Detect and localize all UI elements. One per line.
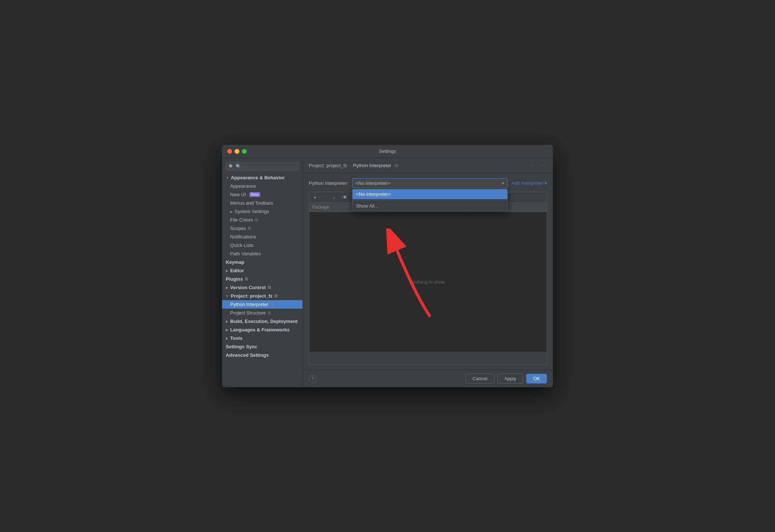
content-area: Python Interpreter: <No interpreter> Sho…: [303, 173, 553, 370]
chevron-right-icon: ▶: [226, 286, 228, 290]
chevron-down-icon: ▼: [226, 294, 229, 298]
sidebar-item-scopes[interactable]: Scopes ⊟: [222, 224, 303, 233]
sidebar-item-path-variables[interactable]: Path Variables: [222, 249, 303, 258]
add-interpreter-label: Add Interpreter: [511, 180, 543, 186]
sidebar-item-label: Editor: [230, 268, 244, 273]
footer: ? Cancel Apply OK: [303, 370, 553, 387]
sidebar-item-notifications[interactable]: Notifications: [222, 233, 303, 241]
empty-message: Nothing to show: [411, 279, 445, 285]
grid-icon: ⊟: [245, 277, 248, 281]
sidebar-item-label: Version Control: [230, 285, 266, 290]
sidebar-item-label: Path Variables: [230, 251, 261, 256]
sidebar: 🔍 ▼ Appearance & Behavior Appearance New…: [222, 158, 303, 387]
chevron-right-icon: ▶: [226, 269, 228, 273]
chevron-right-icon: ▶: [226, 320, 228, 323]
sidebar-item-label: File Colors: [230, 217, 253, 223]
main-content: Project: project_fz › Python Interpreter…: [303, 158, 553, 387]
nav-arrows: ← →: [529, 162, 547, 169]
sidebar-item-system-settings[interactable]: ▶ System Settings: [222, 207, 303, 216]
sidebar-item-label: System Settings: [235, 209, 269, 214]
sidebar-item-label: Notifications: [230, 234, 256, 240]
sidebar-item-version-control[interactable]: ▶ Version Control ⊟: [222, 283, 303, 292]
breadcrumb-current: Python Interpreter: [353, 163, 391, 168]
nav-forward-button[interactable]: →: [539, 162, 547, 169]
breadcrumb-separator: ›: [349, 163, 351, 168]
sidebar-item-appearance[interactable]: Appearance: [222, 182, 303, 190]
sidebar-item-label: New UI: [230, 192, 246, 197]
packages-table: Package Version Latest version Nothing t…: [309, 202, 547, 364]
sidebar-item-settings-sync[interactable]: Settings Sync: [222, 342, 303, 351]
cancel-button[interactable]: Cancel: [465, 374, 494, 384]
interpreter-select[interactable]: <No interpreter> Show All...: [352, 178, 508, 188]
sidebar-item-label: Keymap: [226, 259, 244, 265]
close-button[interactable]: [227, 149, 232, 154]
grid-icon: ⊟: [268, 310, 271, 315]
sidebar-item-languages-frameworks[interactable]: ▶ Languages & Frameworks: [222, 326, 303, 334]
dropdown-separator: [353, 200, 508, 200]
sidebar-item-label: Quick Lists: [230, 242, 254, 248]
help-button[interactable]: ?: [309, 375, 317, 383]
sidebar-item-build-execution[interactable]: ▶ Build, Execution, Deployment: [222, 317, 303, 326]
beta-badge: Beta: [249, 192, 261, 197]
sidebar-item-keymap[interactable]: Keymap: [222, 258, 303, 266]
add-interpreter-button[interactable]: Add Interpreter ▾: [511, 180, 547, 186]
interpreter-dropdown: <No interpreter> Show All...: [352, 189, 508, 211]
dropdown-item-show-all[interactable]: Show All...: [353, 201, 508, 211]
chevron-right-icon: ▶: [226, 337, 228, 340]
sidebar-item-label: Menus and Toolbars: [230, 200, 273, 206]
up-button[interactable]: ▲: [329, 194, 339, 201]
sidebar-item-advanced-settings[interactable]: Advanced Settings: [222, 351, 303, 359]
sidebar-item-label: Tools: [230, 335, 243, 341]
search-box[interactable]: 🔍: [226, 162, 299, 170]
chevron-down-icon: ▾: [544, 180, 547, 186]
dropdown-item-no-interpreter[interactable]: <No interpreter>: [353, 189, 508, 199]
dialog-body: 🔍 ▼ Appearance & Behavior Appearance New…: [222, 158, 553, 387]
sidebar-item-editor[interactable]: ▶ Editor: [222, 266, 303, 275]
breadcrumb: Project: project_fz › Python Interpreter…: [303, 158, 553, 173]
sidebar-item-new-ui[interactable]: New UI Beta: [222, 190, 303, 199]
show-paths-button[interactable]: 👁: [340, 194, 350, 201]
sidebar-item-plugins[interactable]: Plugins ⊟: [222, 275, 303, 283]
breadcrumb-parent: Project: project_fz: [309, 163, 347, 168]
sidebar-item-label: Appearance & Behavior: [231, 175, 285, 180]
search-input[interactable]: [236, 164, 296, 169]
sidebar-item-menus-toolbars[interactable]: Menus and Toolbars: [222, 199, 303, 207]
chevron-right-icon: ▶: [230, 210, 233, 213]
sidebar-item-label: Languages & Frameworks: [230, 327, 290, 332]
sidebar-item-quick-lists[interactable]: Quick Lists: [222, 241, 303, 249]
add-package-button[interactable]: +: [311, 194, 319, 201]
sidebar-item-label: Project Structure: [230, 310, 266, 316]
interpreter-label: Python Interpreter:: [309, 180, 349, 186]
sidebar-item-label: Build, Execution, Deployment: [230, 319, 297, 324]
sidebar-item-python-interpreter[interactable]: Python Interpreter ⊟: [222, 300, 303, 309]
grid-icon: ⊟: [274, 294, 278, 298]
maximize-button[interactable]: [242, 149, 247, 154]
settings-dialog: Settings 🔍 ▼ Appearance & Behavior Appea…: [222, 145, 553, 387]
grid-icon: ⊟: [248, 226, 251, 231]
sidebar-item-project-fz[interactable]: ▼ Project: project_fz ⊟: [222, 292, 303, 300]
ok-button[interactable]: OK: [526, 374, 547, 384]
chevron-right-icon: ▶: [226, 328, 228, 332]
sidebar-item-label: Appearance: [230, 183, 256, 189]
apply-button[interactable]: Apply: [497, 374, 524, 384]
sidebar-item-tools[interactable]: ▶ Tools: [222, 334, 303, 342]
sidebar-item-appearance-behavior[interactable]: ▼ Appearance & Behavior: [222, 173, 303, 182]
sidebar-item-file-colors[interactable]: File Colors ⊟: [222, 216, 303, 224]
chevron-down-icon: ▼: [226, 176, 229, 180]
eye-icon: 👁: [342, 194, 347, 200]
sidebar-item-label: Plugins: [226, 276, 243, 282]
sidebar-item-label: Settings Sync: [226, 344, 257, 349]
grid-icon: ⊟: [268, 285, 271, 290]
interpreter-select-container: <No interpreter> Show All... ▼ <No inter…: [352, 178, 508, 188]
minimize-button[interactable]: [235, 149, 239, 154]
sidebar-item-label: Project: project_fz: [231, 293, 272, 299]
sidebar-item-label: Advanced Settings: [226, 352, 269, 358]
sidebar-item-project-structure[interactable]: Project Structure ⊟: [222, 309, 303, 317]
remove-package-button[interactable]: −: [320, 194, 328, 201]
nav-back-button[interactable]: ←: [529, 162, 537, 169]
sidebar-item-label: Python Interpreter: [230, 302, 268, 307]
grid-icon: ⊟: [395, 163, 398, 168]
footer-left: ?: [309, 375, 317, 383]
search-icon: 🔍: [229, 164, 234, 169]
sidebar-item-label: Scopes: [230, 226, 246, 231]
